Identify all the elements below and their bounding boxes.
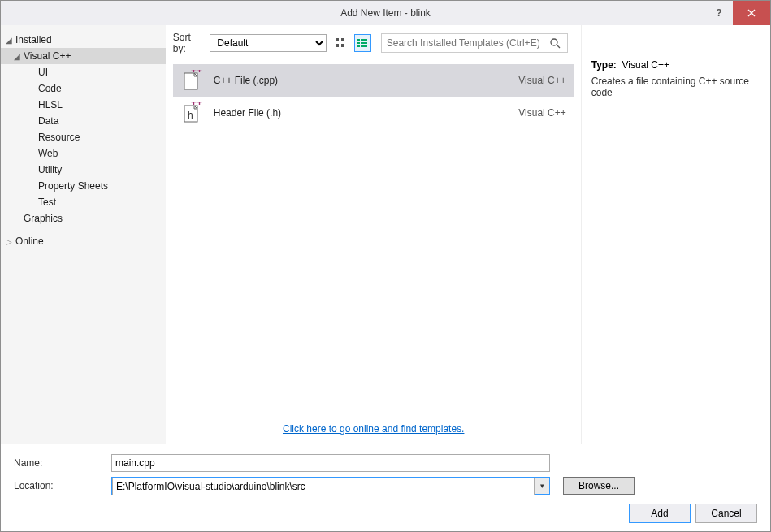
sort-label: Sort by: — [173, 32, 206, 54]
svg-rect-6 — [357, 42, 360, 44]
list-icon — [357, 37, 368, 49]
location-label: Location: — [14, 480, 103, 491]
search-icon[interactable] — [549, 37, 567, 49]
tree-online-label: Online — [15, 236, 44, 247]
tree-item-utility[interactable]: Utility — [1, 162, 166, 178]
close-icon — [747, 9, 756, 17]
bottom-form: Name: Location: ▾ Browse... Add Cancel — [1, 444, 770, 531]
tree-online[interactable]: ▷ Online — [1, 233, 166, 249]
name-input[interactable] — [111, 454, 550, 472]
template-name: Header File (.h) — [214, 107, 508, 119]
tree-item-property-sheets[interactable]: Property Sheets — [1, 178, 166, 194]
svg-rect-1 — [341, 38, 344, 41]
tree-item-resource[interactable]: Resource — [1, 129, 166, 145]
svg-rect-9 — [361, 45, 367, 47]
tree-item-test[interactable]: Test — [1, 194, 166, 210]
tiles-icon — [335, 37, 346, 49]
view-tiles-button[interactable] — [331, 34, 349, 52]
add-button[interactable]: Add — [629, 504, 691, 523]
tree-visual-cpp-label: Visual C++ — [24, 50, 71, 62]
tree-item-data[interactable]: Data — [1, 113, 166, 129]
svg-rect-4 — [357, 39, 360, 41]
type-description: Creates a file containing C++ source cod… — [591, 76, 760, 98]
chevron-down-icon: ◢ — [14, 52, 24, 61]
cpp-file-icon: ++ — [181, 70, 202, 91]
main-area: ◢ Installed ◢ Visual C++ UI Code HLSL Da… — [1, 25, 770, 444]
sort-dropdown[interactable]: Default — [210, 34, 327, 52]
svg-point-10 — [551, 39, 557, 45]
tree-item-ui[interactable]: UI — [1, 64, 166, 80]
tree-item-graphics[interactable]: Graphics — [1, 210, 166, 227]
help-button[interactable]: ? — [705, 1, 733, 25]
info-panel: Type: Visual C++ Creates a file containi… — [581, 25, 770, 444]
tree-installed[interactable]: ◢ Installed — [1, 32, 166, 48]
svg-rect-8 — [357, 45, 360, 47]
template-lang: Visual C++ — [518, 107, 565, 119]
template-lang: Visual C++ — [518, 75, 565, 86]
type-label: Type: — [591, 59, 617, 71]
cancel-button[interactable]: Cancel — [695, 504, 757, 523]
name-label: Name: — [14, 457, 103, 469]
online-templates-link[interactable]: Click here to go online and find templat… — [283, 423, 464, 435]
location-input[interactable] — [112, 478, 535, 495]
center-column: Sort by: Default ++ — [167, 25, 581, 444]
svg-text:++: ++ — [191, 102, 202, 108]
search-box[interactable] — [381, 33, 568, 53]
tree-installed-label: Installed — [15, 34, 52, 45]
toolbar: Sort by: Default — [167, 32, 581, 61]
tree-visual-cpp[interactable]: ◢ Visual C++ — [1, 48, 166, 64]
svg-rect-7 — [361, 42, 367, 44]
template-tree: ◢ Installed ◢ Visual C++ UI Code HLSL Da… — [1, 25, 167, 444]
svg-rect-5 — [361, 39, 367, 41]
svg-rect-2 — [336, 44, 339, 47]
titlebar: Add New Item - blink ? — [1, 1, 770, 25]
type-value: Visual C++ — [622, 59, 669, 71]
browse-button[interactable]: Browse... — [563, 477, 635, 495]
tree-item-web[interactable]: Web — [1, 145, 166, 162]
search-input[interactable] — [382, 37, 549, 49]
svg-rect-0 — [336, 38, 339, 41]
location-dropdown-button[interactable]: ▾ — [535, 478, 549, 494]
close-button[interactable] — [733, 1, 770, 25]
view-list-button[interactable] — [354, 34, 371, 52]
chevron-right-icon: ▷ — [6, 237, 15, 246]
location-combo[interactable]: ▾ — [111, 477, 550, 495]
svg-text:h: h — [188, 110, 193, 121]
svg-rect-3 — [341, 44, 344, 47]
svg-text:++: ++ — [191, 70, 202, 76]
header-file-icon: ++h — [181, 102, 202, 123]
template-item-header-file[interactable]: ++h Header File (.h) Visual C++ — [173, 97, 574, 129]
online-templates-link-row: Click here to go online and find templat… — [167, 413, 581, 444]
svg-line-11 — [557, 45, 560, 48]
chevron-down-icon: ◢ — [6, 36, 15, 45]
tree-item-code[interactable]: Code — [1, 80, 166, 97]
window-title: Add New Item - blink — [1, 7, 770, 19]
template-item-cpp-file[interactable]: ++ C++ File (.cpp) Visual C++ — [173, 64, 574, 97]
tree-item-hlsl[interactable]: HLSL — [1, 97, 166, 113]
template-list: ++ C++ File (.cpp) Visual C++ ++h Header… — [167, 61, 581, 413]
template-name: C++ File (.cpp) — [214, 75, 508, 86]
